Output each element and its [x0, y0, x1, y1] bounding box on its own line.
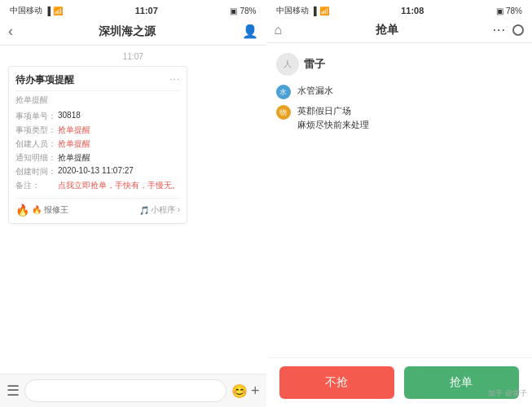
right-status-bar: 中国移动 ▐ 📶 11:08 ▣ 78%	[266, 0, 533, 20]
left-wifi-icon: 📶	[53, 7, 63, 15]
info-row-time: 创建时间： 2020-10-13 11:07:27	[15, 166, 180, 177]
chat-input[interactable]	[24, 379, 226, 402]
left-battery-icon: ▣	[230, 7, 237, 15]
value-note: 点我立即抢单，手快有，手慢无。	[58, 180, 180, 191]
right-carrier: 中国移动	[276, 5, 309, 16]
home-icon[interactable]: ⌂	[275, 23, 283, 37]
left-nav-bar: ‹ 深圳海之源 👤	[0, 20, 266, 46]
info-row-detail: 通知明细： 抢单提醒	[15, 152, 180, 164]
right-signal-icon: ▐	[311, 7, 317, 15]
add-icon[interactable]: +	[251, 383, 260, 400]
left-status-bar: 中国移动 ▐ 📶 11:07 ▣ 78%	[0, 0, 266, 20]
label-note: 备注：	[15, 180, 58, 191]
water-icon: 水	[276, 85, 291, 99]
order-content: 人 雷子 水 水管漏水 物 英郡假日广场 麻烦尽快前来处理	[266, 43, 533, 357]
music-icon: 🎵	[139, 206, 149, 215]
record-icon	[512, 24, 524, 36]
footer-mini-app-left: 🔥 🔥 报修王	[15, 204, 68, 217]
zhihu-watermark: 知乎 @雷子	[488, 388, 527, 399]
bubble-subtitle: 抢单提醒	[15, 94, 180, 106]
right-wifi-icon: 📶	[319, 7, 329, 15]
bubble-container: 待办事项提醒 ··· 抢单提醒 事项单号： 30818 事项类型： 抢单提醒 创…	[8, 66, 258, 224]
right-status-right: ▣ 78%	[496, 7, 522, 15]
right-phone: 中国移动 ▐ 📶 11:08 ▣ 78% ⌂ 抢单 ··· 人 雷子 水 水管	[266, 0, 533, 407]
value-time: 2020-10-13 11:07:27	[58, 166, 180, 177]
right-status-left: 中国移动 ▐ 📶	[276, 5, 329, 16]
location-detail-row: 物 英郡假日广场 麻烦尽快前来处理	[276, 104, 523, 131]
info-row-creator: 创建人员： 抢单提醒	[15, 138, 180, 150]
bubble-dots: ···	[169, 73, 180, 85]
left-carrier: 中国移动	[10, 5, 42, 16]
notification-bubble[interactable]: 待办事项提醒 ··· 抢单提醒 事项单号： 30818 事项类型： 抢单提醒 创…	[8, 66, 187, 224]
user-name: 雷子	[304, 57, 325, 72]
left-status-left: 中国移动 ▐ 📶	[10, 5, 63, 16]
fire-icon: 🔥	[15, 204, 29, 217]
more-icon[interactable]: ···	[493, 23, 506, 37]
left-back-button[interactable]: ‹	[8, 23, 13, 40]
value-detail: 抢单提醒	[58, 152, 180, 164]
right-battery-icon: ▣	[496, 7, 503, 15]
right-time: 11:08	[401, 6, 424, 15]
right-nav-title: 抢单	[376, 23, 398, 37]
left-phone: 中国移动 ▐ 📶 11:07 ▣ 78% ‹ 深圳海之源 👤 11:07 待办事…	[0, 0, 266, 407]
right-nav-bar: ⌂ 抢单 ···	[266, 20, 533, 43]
location-icon: 物	[276, 105, 291, 120]
footer-right-label: 小程序 ›	[151, 204, 180, 216]
menu-icon[interactable]: ☰	[7, 382, 20, 400]
label-creator: 创建人员：	[15, 138, 58, 150]
water-detail-row: 水 水管漏水	[276, 84, 523, 99]
user-row: 人 雷子	[276, 53, 523, 76]
left-msg-time: 11:07	[8, 46, 258, 66]
info-row-note: 备注： 点我立即抢单，手快有，手慢无。	[15, 180, 180, 191]
value-number: 30818	[58, 111, 180, 122]
bubble-title: 待办事项提醒	[15, 73, 74, 87]
bubble-footer[interactable]: 🔥 🔥 报修王 🎵 小程序 ›	[15, 198, 180, 217]
left-input-bar: ☰ 😊 +	[0, 374, 266, 407]
label-type: 事项类型：	[15, 125, 58, 136]
input-right-icons: 😊 +	[231, 383, 260, 400]
footer-left-label: 🔥 报修王	[32, 204, 68, 216]
user-avatar: 人	[276, 53, 299, 76]
value-type: 抢单提醒	[58, 125, 180, 136]
left-status-right: ▣ 78%	[230, 7, 256, 15]
left-battery-percent: 78%	[240, 7, 256, 15]
bottom-buttons: 不抢 抢单	[266, 357, 533, 407]
left-signal-icon: ▐	[45, 7, 51, 15]
left-person-icon[interactable]: 👤	[242, 24, 258, 39]
value-creator: 抢单提醒	[58, 138, 180, 150]
emoji-icon[interactable]: 😊	[231, 383, 248, 399]
left-time: 11:07	[135, 6, 158, 15]
water-detail-text: 水管漏水	[297, 84, 333, 98]
label-number: 事项单号：	[15, 111, 58, 122]
location-detail-text: 英郡假日广场 麻烦尽快前来处理	[297, 104, 369, 131]
location-line1: 英郡假日广场	[297, 104, 369, 118]
label-detail: 通知明细：	[15, 152, 58, 164]
avatar-placeholder: 人	[284, 59, 292, 70]
info-row-number: 事项单号： 30818	[15, 111, 180, 122]
location-line2: 麻烦尽快前来处理	[297, 118, 369, 132]
label-time: 创建时间：	[15, 166, 58, 177]
cancel-button[interactable]: 不抢	[279, 366, 394, 399]
right-battery-percent: 78%	[506, 7, 522, 15]
bubble-title-row: 待办事项提醒 ···	[15, 73, 180, 91]
info-row-type: 事项类型： 抢单提醒	[15, 125, 180, 136]
left-chat-area: 11:07 待办事项提醒 ··· 抢单提醒 事项单号： 30818 事项类型： …	[0, 46, 266, 374]
left-nav-title: 深圳海之源	[99, 24, 156, 39]
footer-mini-app-right[interactable]: 🎵 小程序 ›	[139, 204, 180, 216]
